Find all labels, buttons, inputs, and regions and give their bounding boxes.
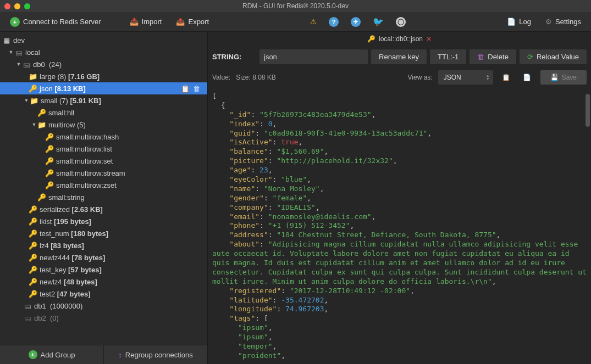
delete-button[interactable]: 🗑Delete <box>470 49 516 64</box>
folder-icon: 📁 <box>37 121 46 129</box>
tree-key-small-hll[interactable]: 🔑 small:hll <box>0 107 207 119</box>
plus-icon: + <box>29 350 37 359</box>
twitter-icon[interactable]: 🐦 <box>373 16 384 27</box>
tree-key-mr-hash[interactable]: 🔑small:multirow:hash <box>0 131 207 143</box>
log-icon: 📄 <box>507 18 516 26</box>
chevron-updown-icon: ▲▼ <box>486 74 490 81</box>
tree-key-lz4[interactable]: 🔑lz4 [83 bytes] <box>0 239 207 251</box>
tree-key-test2[interactable]: 🔑test2 [47 bytes] <box>0 288 207 300</box>
value-label: Value: <box>212 74 230 81</box>
tree-folder-small[interactable]: ▼ 📁 small (7) [5.91 KB] <box>0 94 207 107</box>
delete-icon[interactable]: 🗑 <box>192 85 201 93</box>
chevron-down-icon: ▼ <box>31 122 37 127</box>
tree-root[interactable]: ▦ dev <box>0 34 207 46</box>
key-name-input[interactable] <box>259 49 368 64</box>
copy-value-button[interactable]: 📋 <box>499 70 514 85</box>
refresh-icon: ⟳ <box>527 53 533 61</box>
tree-key-newlz4[interactable]: 🔑newlz4 [48 bytes] <box>0 276 207 288</box>
close-tab-icon[interactable]: ✕ <box>426 35 432 43</box>
key-icon: 🔑 <box>29 205 37 214</box>
key-row: STRING: Rename key TTL:-1 🗑Delete ⟳Reloa… <box>208 46 591 68</box>
tree-db1[interactable]: 🖴db1 (1000000) <box>0 300 207 312</box>
window-title: RDM - GUI for Redis® 2020.5.0-dev <box>0 2 591 10</box>
plus-icon: + <box>10 17 20 27</box>
github-icon[interactable]: ◯ <box>396 17 406 27</box>
type-label: STRING: <box>212 53 256 61</box>
tree-key-small-string[interactable]: 🔑small:string <box>0 191 207 203</box>
tree-server[interactable]: ▼ 🖴 local <box>0 46 207 58</box>
tree-folder-large[interactable]: 📁 large (8) [7.16 GB] <box>0 70 207 82</box>
tree-db0[interactable]: ▼ 🖴 db0 (24) <box>0 58 207 70</box>
connect-button[interactable]: + Connect to Redis Server <box>4 15 107 29</box>
database-icon: 🖴 <box>23 302 32 310</box>
key-icon: 🔑 <box>45 133 54 141</box>
tree-folder-multirow[interactable]: ▼ 📁 multirow (5) <box>0 119 207 131</box>
sidebar-footer: + Add Group ↕ Regroup connections <box>0 345 207 364</box>
key-icon: 🔑 <box>37 109 46 117</box>
chevron-down-icon: ▼ <box>8 49 14 55</box>
import-button[interactable]: 📥 Import <box>124 15 168 28</box>
copy-icon[interactable]: 📋 <box>181 85 190 93</box>
telegram-icon[interactable]: ✈ <box>351 17 361 27</box>
server-icon: 🖴 <box>14 48 23 57</box>
copy-icon: 📋 <box>502 74 510 81</box>
key-icon: 🔑 <box>45 145 54 153</box>
viewas-select[interactable]: JSON ▲▼ <box>438 70 493 85</box>
trash-icon: 🗑 <box>477 53 484 61</box>
key-icon: 🔑 <box>29 290 37 298</box>
chevron-down-icon: ▼ <box>23 98 30 103</box>
tree-key-mr-list[interactable]: 🔑small:multirow:list <box>0 143 207 155</box>
tree-key-mr-zset[interactable]: 🔑small:multirow:zset <box>0 179 207 191</box>
value-pane: 🔑 local::db0::json ✕ STRING: Rename key … <box>208 32 591 364</box>
paste-value-button[interactable]: 📄 <box>520 70 535 85</box>
center-icons: ⚠ ? ✈ 🐦 ◯ <box>310 16 406 27</box>
tree-db2[interactable]: 🖴db2 (0) <box>0 312 207 324</box>
rename-key-button[interactable]: Rename key <box>371 49 427 64</box>
key-icon: 🔑 <box>29 85 37 93</box>
tree-key-serialized[interactable]: 🔑serialized [2.63 KB] <box>0 203 207 215</box>
grid-icon: ▦ <box>2 36 11 44</box>
tree-key-test-key[interactable]: 🔑test_key [57 bytes] <box>0 264 207 276</box>
tree-key-ikist[interactable]: 🔑ikist [195 bytes] <box>0 215 207 227</box>
sidebar: ▦ dev ▼ 🖴 local ▼ 🖴 db0 (24) 📁 large (8)… <box>0 32 208 364</box>
key-icon: 🔑 <box>29 254 37 262</box>
sort-icon: ↕ <box>118 351 122 359</box>
tree-key-mr-stream[interactable]: 🔑small:multirow:stream <box>0 167 207 179</box>
key-icon: 🔑 <box>29 266 37 274</box>
help-icon[interactable]: ? <box>329 17 339 27</box>
add-group-button[interactable]: + Add Group <box>0 345 103 364</box>
tree-key-json[interactable]: 🔑 json [8.13 KB] 📋 🗑 <box>0 82 207 94</box>
warning-icon[interactable]: ⚠ <box>310 18 317 26</box>
main-toolbar: + Connect to Redis Server 📥 Import 📤 Exp… <box>0 12 591 32</box>
json-editor[interactable]: [ { "_id": "5f7b26973c483ea3479d4e53", "… <box>208 89 591 364</box>
ttl-button[interactable]: TTL:-1 <box>430 49 466 64</box>
folder-icon: 📁 <box>29 72 37 81</box>
tree-key-test-num[interactable]: 🔑test_num [180 bytes] <box>0 227 207 239</box>
titlebar: RDM - GUI for Redis® 2020.5.0-dev <box>0 0 591 12</box>
save-button[interactable]: 💾Save <box>540 70 587 85</box>
export-icon: 📤 <box>176 18 185 26</box>
settings-button[interactable]: ⚙ Settings <box>540 15 587 28</box>
folder-icon: 📁 <box>30 97 38 105</box>
viewas-label: View as: <box>408 74 433 81</box>
key-icon: 🔑 <box>29 217 37 226</box>
key-icon: 🔑 <box>45 181 54 189</box>
export-button[interactable]: 📤 Export <box>170 15 214 28</box>
tree-key-newlz444[interactable]: 🔑newlz444 [78 bytes] <box>0 251 207 264</box>
breadcrumb: 🔑 local::db0::json ✕ <box>208 32 591 46</box>
key-icon: 🔑 <box>29 242 37 250</box>
reload-value-button[interactable]: ⟳Reload Value <box>520 49 587 64</box>
tree-key-mr-set[interactable]: 🔑small:multirow:set <box>0 155 207 167</box>
regroup-button[interactable]: ↕ Regroup connections <box>103 345 207 364</box>
chevron-down-icon: ▼ <box>15 61 22 67</box>
key-icon: 🔑 <box>29 229 37 238</box>
key-icon: 🔑 <box>45 169 54 177</box>
key-icon: 🔑 <box>29 278 37 286</box>
file-icon: 📄 <box>523 74 531 81</box>
log-button[interactable]: 📄 Log <box>501 15 537 28</box>
import-icon: 📥 <box>130 18 139 26</box>
scrollbar[interactable] <box>586 94 590 127</box>
size-label: Size: 8.08 KB <box>236 74 276 81</box>
key-tree: ▦ dev ▼ 🖴 local ▼ 🖴 db0 (24) 📁 large (8)… <box>0 32 207 326</box>
key-icon: 🔑 <box>45 157 54 165</box>
